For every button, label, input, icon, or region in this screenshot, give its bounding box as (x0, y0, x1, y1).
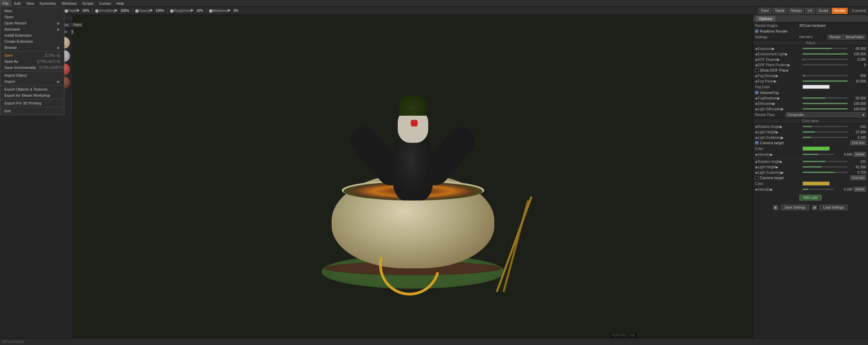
light-silhouette-label[interactable]: ◈Light Silhouette▶ (755, 107, 803, 111)
cat-paint[interactable]: Paint (71, 23, 83, 27)
menu-export-objects-textures[interactable]: Export Objects & Textures (0, 86, 64, 92)
menu-save-as[interactable]: Save As [CTRL+ALT+S] (0, 58, 64, 64)
light1-delete-button[interactable]: Delete (854, 152, 866, 157)
menu-symmetry[interactable]: Symmetry (37, 0, 59, 6)
options-tab[interactable]: Options (756, 16, 775, 21)
menu-export-steam[interactable]: Export for Steam Workshop (0, 92, 64, 98)
light1-rotation-slider[interactable] (803, 126, 848, 127)
env-light-val: 100.000 (849, 52, 866, 56)
fog-density-label[interactable]: ◈Fog Density▶ (755, 74, 803, 78)
extra-lights-header: Extra lights (753, 118, 868, 124)
light1-scattering-slider[interactable] (803, 137, 848, 138)
char-body (393, 133, 433, 200)
add-shader-button[interactable]: + (71, 29, 74, 35)
toolbar-smoothing-val: 100% (120, 9, 129, 13)
exposure-slider[interactable] (803, 48, 848, 49)
menu-save-incrementally[interactable]: Save Incrementally [CTRL+SHIFT+S] (0, 64, 64, 71)
light-silhouette-slider[interactable] (803, 108, 848, 110)
light2-intensity-slider[interactable] (803, 189, 834, 190)
render-pass-dropdown[interactable]: Composite ▾ (786, 112, 866, 117)
menu-view[interactable]: View (23, 0, 37, 6)
menu-import-object[interactable]: Import Object (0, 72, 64, 78)
fog-color-swatch[interactable] (803, 85, 830, 89)
menu-browse[interactable]: Browse ▶ (0, 44, 64, 51)
silhouette-slider[interactable] (803, 103, 848, 104)
panel-more[interactable]: ··· (68, 16, 71, 20)
light1-rotation-label[interactable]: ◈Rotation Angle▶ (755, 125, 803, 129)
exposure-val: 65.000 (849, 47, 866, 51)
menu-windows[interactable]: Windows (59, 0, 80, 6)
fog-power-slider[interactable] (803, 80, 848, 82)
menu-edit[interactable]: Edit (12, 0, 23, 6)
load-settings-button[interactable]: Load Settings (820, 205, 848, 210)
light2-find-sun-button[interactable]: Find Sun (850, 175, 866, 180)
light1-find-sun-button[interactable]: Find Sun (850, 140, 866, 145)
tab-sculpt[interactable]: Sculpt (816, 8, 830, 14)
menu-import[interactable]: Import ▶ (0, 78, 64, 84)
light2-rotation-slider[interactable] (803, 161, 848, 162)
fog-power-val: 10.000 (849, 79, 866, 83)
light2-color-swatch[interactable] (803, 181, 830, 186)
fog-power-label[interactable]: ◈Fog Power▶ (755, 79, 803, 83)
dof-degree-label[interactable]: ◈DOF Degree▶ (755, 58, 803, 61)
menu-help[interactable]: Help (114, 0, 127, 6)
light2-camera-target-row: Camera target Find Sun (753, 175, 868, 180)
light2-height-label[interactable]: ◈Light Height▶ (755, 165, 803, 169)
menu-install-extension[interactable]: Install Extension (0, 32, 64, 38)
light2-scattering-val: 0.720 (849, 171, 866, 174)
light2-rotation-row: ◈Rotation Angle▶ 131 (753, 159, 868, 164)
menu-scripts[interactable]: Scripts (79, 0, 96, 6)
menu-autosave[interactable]: Autosave ▶ (0, 26, 64, 32)
light1-height-slider[interactable] (803, 131, 848, 133)
dof-plane-label[interactable]: ◈DOF Plane Position▶ (755, 63, 803, 67)
add-light-button[interactable]: Add Light (800, 195, 821, 200)
menu-create-extension[interactable]: Create Extension (0, 38, 64, 44)
menu-file[interactable]: File (0, 0, 12, 6)
show-dof-checkbox[interactable] (755, 69, 758, 72)
env-light-label[interactable]: ◈Environment Light▶ (755, 52, 803, 56)
dof-plane-slider[interactable] (803, 64, 848, 65)
light2-intensity-label[interactable]: ◈Intensity▶ (755, 188, 803, 191)
light2-scattering-label[interactable]: ◈Light Scattering▶ (755, 171, 803, 174)
realtime-render-checkbox[interactable] (755, 30, 758, 33)
menu-curves[interactable]: Curves (96, 0, 114, 6)
light1-intensity-label[interactable]: ◈Intensity▶ (755, 153, 803, 156)
light1-camera-target-checkbox[interactable] (755, 141, 758, 145)
tab-render[interactable]: Render (832, 8, 848, 14)
menu-export-3d-printing[interactable]: Export For 3D Printing (0, 100, 64, 106)
tab-paint[interactable]: Paint (758, 8, 771, 14)
tab-retopo[interactable]: Retopo (788, 8, 804, 14)
menu-save[interactable]: Save [CTRL+S] (0, 52, 64, 58)
menu-new[interactable]: New (0, 8, 64, 14)
fog-density-slider[interactable] (803, 75, 848, 76)
light2-rotation-label[interactable]: ◈Rotation Angle▶ (755, 160, 803, 164)
silhouette-label[interactable]: ◈Silhouette▶ (755, 102, 803, 106)
render-button[interactable]: Render (827, 35, 843, 40)
viewport[interactable]: PERSPECTIVE (73, 15, 753, 338)
toolbar-metalness-label: ⬤Metalness⯈ (209, 9, 232, 13)
volume-fog-checkbox[interactable] (755, 91, 758, 94)
light2-scattering-slider[interactable] (803, 172, 848, 173)
exposure-label[interactable]: ◈Exposure▶ (755, 47, 803, 51)
realtime-render-row: Realtime Render (753, 28, 868, 34)
menu-exit[interactable]: Exit (0, 108, 64, 114)
light1-intensity-slider[interactable] (803, 154, 834, 155)
save-settings-button[interactable]: Save Settings (781, 205, 809, 210)
menu-open[interactable]: Open (0, 14, 64, 20)
light2-delete-button[interactable]: Delete (854, 187, 866, 192)
tab-uv[interactable]: UV (805, 8, 815, 14)
env-light-slider[interactable] (803, 53, 848, 55)
show-folder-button[interactable]: ShowFolder (843, 35, 866, 40)
light1-color-swatch[interactable] (803, 147, 830, 151)
light2-height-slider[interactable] (803, 166, 848, 168)
dof-degree-slider[interactable] (803, 59, 848, 60)
light1-scattering-label[interactable]: ◈Light Scattering▶ (755, 136, 803, 139)
light2-camera-target-checkbox[interactable] (755, 176, 758, 179)
fog-shadows-label[interactable]: ◈FogShadows▶ (755, 96, 803, 100)
light-sep (753, 158, 868, 158)
fog-shadows-slider[interactable] (803, 97, 848, 99)
menu-open-recent[interactable]: Open Recent ▶ (0, 20, 64, 26)
light1-height-label[interactable]: ◈Light Height▶ (755, 130, 803, 134)
tab-tweak[interactable]: Tweak (772, 8, 787, 14)
render-pass-row: Render Pass Composite ▾ (753, 112, 868, 118)
